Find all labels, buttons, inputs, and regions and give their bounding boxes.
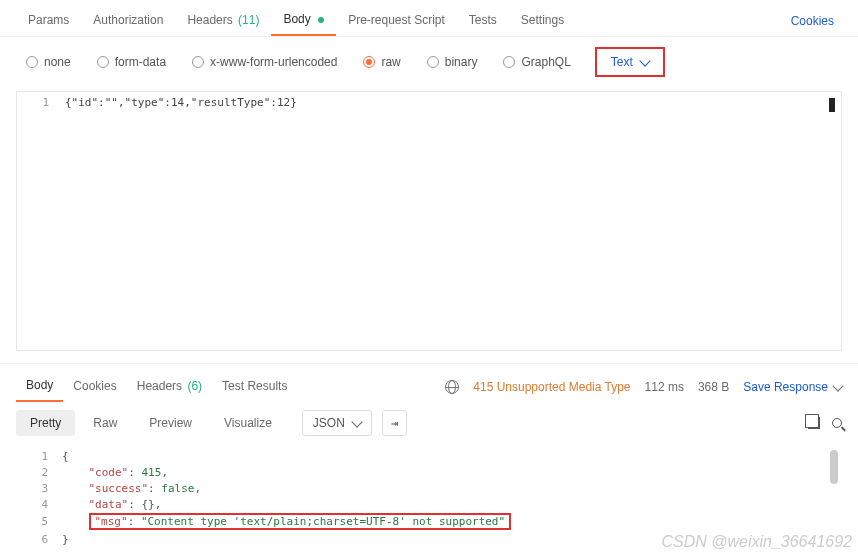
bodytype-xwww-label: x-www-form-urlencoded (210, 55, 337, 69)
resp-tab-body[interactable]: Body (16, 372, 63, 402)
line-code: "msg": "Content type 'text/plain;charset… (58, 512, 515, 531)
brace: } (62, 533, 69, 546)
bodytype-binary[interactable]: binary (417, 51, 488, 73)
chevron-down-icon (832, 380, 843, 391)
json-key: "code" (89, 466, 129, 479)
tab-settings[interactable]: Settings (509, 7, 576, 35)
status-code: 415 Unsupported Media Type (473, 380, 630, 394)
resp-line: 3 "success": false, (16, 480, 842, 496)
resp-tab-testresults[interactable]: Test Results (212, 373, 297, 401)
tab-prerequest[interactable]: Pre-request Script (336, 7, 457, 35)
resp-tab-cookies[interactable]: Cookies (63, 373, 126, 401)
response-tabs: Body Cookies Headers (6) Test Results 41… (0, 364, 858, 402)
response-time: 112 ms (645, 380, 684, 394)
request-body-editor[interactable]: 1 {"id":"","type":14,"resultType":12} (16, 91, 842, 351)
bodytype-none[interactable]: none (16, 51, 81, 73)
resp-line: 6 } (16, 531, 842, 547)
bodytype-formdata[interactable]: form-data (87, 51, 176, 73)
line-number: 3 (16, 481, 58, 496)
radio-icon (97, 56, 109, 68)
line-number: 2 (16, 465, 58, 480)
editor-line: 1 {"id":"","type":14,"resultType":12} (17, 92, 841, 113)
view-pretty[interactable]: Pretty (16, 410, 75, 436)
response-status-bar: 415 Unsupported Media Type 112 ms 368 B … (445, 380, 842, 394)
view-raw[interactable]: Raw (79, 410, 131, 436)
resp-line: 4 "data": {}, (16, 496, 842, 512)
resp-tab-headers[interactable]: Headers (6) (127, 373, 212, 401)
resp-line: 5 "msg": "Content type 'text/plain;chars… (16, 512, 842, 531)
tab-headers-count: (11) (238, 13, 259, 27)
json-value: {} (142, 498, 155, 511)
tab-authorization[interactable]: Authorization (81, 7, 175, 35)
bodytype-raw-label: raw (381, 55, 400, 69)
radio-icon (192, 56, 204, 68)
save-response-button[interactable]: Save Response (743, 380, 842, 394)
json-value: 415 (142, 466, 162, 479)
wrap-lines-button[interactable]: ⇥ (382, 410, 407, 436)
bodytype-binary-label: binary (445, 55, 478, 69)
line-code: "data": {}, (58, 497, 165, 512)
tab-headers[interactable]: Headers (11) (175, 7, 271, 35)
response-format-dropdown[interactable]: JSON (302, 410, 372, 436)
highlighted-msg: "msg": "Content type 'text/plain;charset… (89, 513, 512, 530)
radio-icon (503, 56, 515, 68)
bodytype-formdata-label: form-data (115, 55, 166, 69)
tab-headers-label: Headers (187, 13, 232, 27)
resp-tab-headers-count: (6) (187, 379, 202, 393)
json-value: "Content type 'text/plain;charset=UTF-8'… (141, 515, 505, 528)
line-number: 1 (16, 449, 58, 464)
line-number: 5 (16, 514, 58, 529)
response-toolbar: Pretty Raw Preview Visualize JSON ⇥ (0, 402, 858, 444)
save-response-label: Save Response (743, 380, 828, 394)
resp-line: 2 "code": 415, (16, 464, 842, 480)
radio-icon (26, 56, 38, 68)
cookies-link[interactable]: Cookies (783, 8, 842, 34)
chevron-down-icon (639, 55, 650, 66)
json-value: false (161, 482, 194, 495)
body-type-row: none form-data x-www-form-urlencoded raw… (0, 37, 858, 87)
resp-line: 1 { (16, 448, 842, 464)
bodytype-none-label: none (44, 55, 71, 69)
raw-format-label: Text (611, 55, 633, 69)
copy-icon[interactable] (808, 417, 820, 429)
tab-body[interactable]: Body (271, 6, 336, 36)
line-number: 1 (17, 92, 59, 113)
text-cursor-icon (829, 98, 835, 112)
line-code: "code": 415, (58, 465, 172, 480)
response-body-editor[interactable]: 1 { 2 "code": 415, 3 "success": false, 4… (16, 448, 842, 547)
radio-icon (363, 56, 375, 68)
line-code: } (58, 532, 73, 547)
radio-icon (427, 56, 439, 68)
bodytype-graphql[interactable]: GraphQL (493, 51, 580, 73)
request-tabs: Params Authorization Headers (11) Body P… (0, 0, 858, 37)
response-format-label: JSON (313, 416, 345, 430)
line-code: {"id":"","type":14,"resultType":12} (59, 92, 303, 113)
line-number: 4 (16, 497, 58, 512)
tab-params[interactable]: Params (16, 7, 81, 35)
bodytype-raw[interactable]: raw (353, 51, 410, 73)
line-number: 6 (16, 532, 58, 547)
toolbar-right (808, 417, 842, 429)
bodytype-xwww[interactable]: x-www-form-urlencoded (182, 51, 347, 73)
view-preview[interactable]: Preview (135, 410, 206, 436)
line-code: { (58, 449, 73, 464)
chevron-down-icon (351, 416, 362, 427)
globe-icon[interactable] (445, 380, 459, 394)
bodytype-graphql-label: GraphQL (521, 55, 570, 69)
scrollbar[interactable] (830, 450, 838, 484)
tab-tests[interactable]: Tests (457, 7, 509, 35)
search-icon[interactable] (832, 418, 842, 428)
tab-body-label: Body (283, 12, 310, 26)
response-size: 368 B (698, 380, 729, 394)
wrap-icon: ⇥ (391, 416, 398, 430)
raw-format-dropdown[interactable]: Text (595, 47, 665, 77)
brace: { (62, 450, 69, 463)
line-code: "success": false, (58, 481, 205, 496)
resp-tab-headers-label: Headers (137, 379, 182, 393)
json-key: "msg" (95, 515, 128, 528)
view-visualize[interactable]: Visualize (210, 410, 286, 436)
unsaved-dot-icon (318, 17, 324, 23)
json-key: "success" (89, 482, 149, 495)
json-key: "data" (89, 498, 129, 511)
